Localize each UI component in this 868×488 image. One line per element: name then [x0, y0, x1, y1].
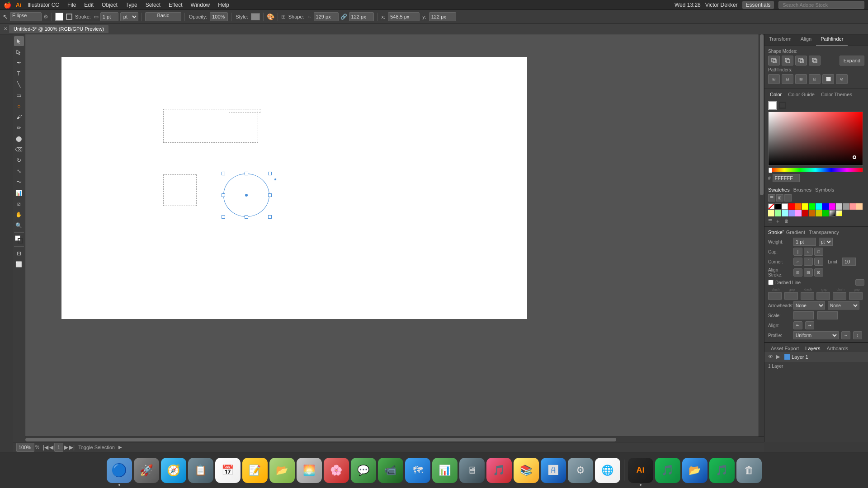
- swatch-gray2[interactable]: [843, 203, 849, 210]
- gap-input-2[interactable]: [816, 292, 830, 300]
- swatch-yellow[interactable]: [802, 203, 808, 210]
- dock-item-notes[interactable]: 📝: [242, 458, 268, 483]
- swatch-gradient1[interactable]: [829, 210, 835, 216]
- profile-flip-v[interactable]: ↕: [853, 331, 862, 339]
- next-last-page-icon[interactable]: ▶|: [69, 444, 75, 450]
- ellipse-shape[interactable]: [223, 174, 269, 217]
- swatch-green[interactable]: [809, 203, 815, 210]
- search-stock[interactable]: Search Adobe Stock: [778, 1, 864, 9]
- dash-input-1[interactable]: [768, 292, 782, 300]
- swatch-white[interactable]: [782, 203, 788, 210]
- tab-color-guide[interactable]: Color Guide: [786, 91, 816, 98]
- tab-layers[interactable]: Layers: [802, 345, 823, 352]
- dock-item-chrome[interactable]: 🌐: [595, 458, 620, 483]
- swatch-d1[interactable]: [802, 210, 808, 216]
- dock-item-finder[interactable]: 🔵: [107, 458, 132, 483]
- fill-swatch[interactable]: [55, 13, 63, 21]
- stroke-color-icon[interactable]: [779, 102, 786, 109]
- tab-color[interactable]: Color: [768, 91, 783, 98]
- direct-selection-tool[interactable]: [14, 47, 24, 57]
- tool-shape-select[interactable]: ↖: [3, 13, 8, 20]
- divide-btn[interactable]: ⊞: [768, 74, 780, 84]
- dock-item-finder2[interactable]: 📂: [682, 458, 708, 483]
- dock-item-trash[interactable]: 🗑: [736, 458, 762, 483]
- swatch-cyan[interactable]: [816, 203, 822, 210]
- layer-expand-icon[interactable]: ▶: [776, 354, 783, 360]
- dock-item-illustrator[interactable]: Ai: [628, 458, 653, 483]
- swatch-blue[interactable]: [822, 203, 829, 210]
- link-icon[interactable]: 🔗: [340, 14, 347, 20]
- swatch-red[interactable]: [788, 203, 795, 210]
- slice-tool[interactable]: ⧄: [14, 199, 24, 209]
- profile-select[interactable]: Uniform: [793, 331, 839, 339]
- prev-page-btn[interactable]: ◀: [49, 444, 53, 450]
- rect-tool[interactable]: ▭: [14, 90, 24, 100]
- tab-active[interactable]: Untitled-3* @ 100% (RGB/GPU Preview): [9, 25, 108, 33]
- opacity-input[interactable]: [210, 12, 228, 21]
- line-tool[interactable]: ╲: [14, 80, 24, 89]
- vertical-scrollbar[interactable]: [759, 34, 764, 436]
- corner-bevel[interactable]: ⌊: [814, 258, 823, 266]
- tool-options-icon[interactable]: ⚙: [43, 14, 48, 20]
- swatch-r1[interactable]: [849, 203, 856, 210]
- weight-unit[interactable]: pt: [819, 238, 833, 246]
- dock-item-safari[interactable]: 🧭: [161, 458, 186, 483]
- tab-symbols[interactable]: Symbols: [815, 187, 834, 192]
- swatch-list-icon[interactable]: ☰: [768, 194, 775, 202]
- exclude-btn[interactable]: [809, 56, 821, 66]
- cap-butt[interactable]: |: [793, 248, 802, 256]
- crop-btn[interactable]: ⊡: [809, 74, 821, 84]
- ellipse-tool[interactable]: ○: [14, 101, 24, 111]
- tab-stroke[interactable]: Stroke ▸: [768, 230, 783, 235]
- swatch-black[interactable]: [775, 203, 781, 210]
- swatch-r4[interactable]: [775, 210, 781, 216]
- zoom-tool[interactable]: 🔍: [14, 221, 24, 230]
- symbol-sprayer-tool[interactable]: ⊡: [14, 249, 24, 258]
- align-inside[interactable]: ⊞: [804, 268, 813, 277]
- swatch-magenta[interactable]: [829, 203, 835, 210]
- unite-btn[interactable]: [768, 56, 780, 66]
- swatch-r3[interactable]: [768, 210, 774, 216]
- swatch-add-icon[interactable]: +: [776, 218, 783, 225]
- toggle-play-icon[interactable]: ▶: [118, 445, 122, 450]
- dashed-controls[interactable]: [855, 279, 864, 286]
- menu-window[interactable]: Window: [187, 1, 214, 9]
- tab-align[interactable]: Align: [796, 34, 816, 46]
- dock-item-launchpad[interactable]: 🚀: [134, 458, 159, 483]
- dock-item-appstore[interactable]: 🅰: [541, 458, 566, 483]
- prev-page-icon[interactable]: |◀: [43, 444, 48, 450]
- align-outside[interactable]: ⊠: [814, 268, 823, 277]
- stroke-weight-unit[interactable]: pt: [120, 12, 138, 21]
- pen-tool[interactable]: ✒: [14, 58, 24, 68]
- minus-back-btn[interactable]: ⊘: [836, 74, 848, 84]
- limit-input[interactable]: [842, 258, 856, 266]
- menu-object[interactable]: Object: [98, 1, 121, 9]
- tab-brushes[interactable]: Brushes: [793, 187, 811, 192]
- stroke-weight-input[interactable]: [100, 12, 118, 21]
- swatch-gradient2[interactable]: [836, 210, 842, 216]
- dash-input-3[interactable]: [833, 292, 846, 300]
- outline-btn[interactable]: ⬜: [822, 74, 834, 84]
- close-tab-icon[interactable]: ✕: [4, 26, 7, 31]
- expand-button[interactable]: Expand: [840, 56, 864, 66]
- tab-swatches[interactable]: Swatches: [768, 187, 790, 192]
- fill-stroke-swatches[interactable]: [14, 235, 24, 244]
- scale-input-end[interactable]: [817, 311, 838, 319]
- tab-artboards[interactable]: Artboards: [824, 345, 851, 352]
- swatch-d2[interactable]: [809, 210, 815, 216]
- swatch-delete-icon[interactable]: 🗑: [784, 218, 791, 225]
- arrowhead-start[interactable]: None: [793, 301, 825, 310]
- tab-pathfinder[interactable]: Pathfinder: [816, 34, 848, 46]
- dock-item-maps[interactable]: 🗺: [405, 458, 430, 483]
- gap-input-1[interactable]: [784, 292, 798, 300]
- hand-tool[interactable]: ✋: [14, 210, 24, 220]
- minus-front-btn[interactable]: [782, 56, 793, 66]
- swatch-r6[interactable]: [788, 210, 795, 216]
- dock-item-keynote[interactable]: 🖥: [459, 458, 485, 483]
- artboard-tool[interactable]: ⬜: [14, 259, 24, 269]
- hue-slider[interactable]: [768, 168, 863, 172]
- type-tool[interactable]: T: [14, 69, 24, 79]
- merge-btn[interactable]: ⊠: [795, 74, 807, 84]
- scrollbar-thumb-v[interactable]: [760, 34, 764, 195]
- scrollbar-thumb-h[interactable]: [25, 438, 616, 441]
